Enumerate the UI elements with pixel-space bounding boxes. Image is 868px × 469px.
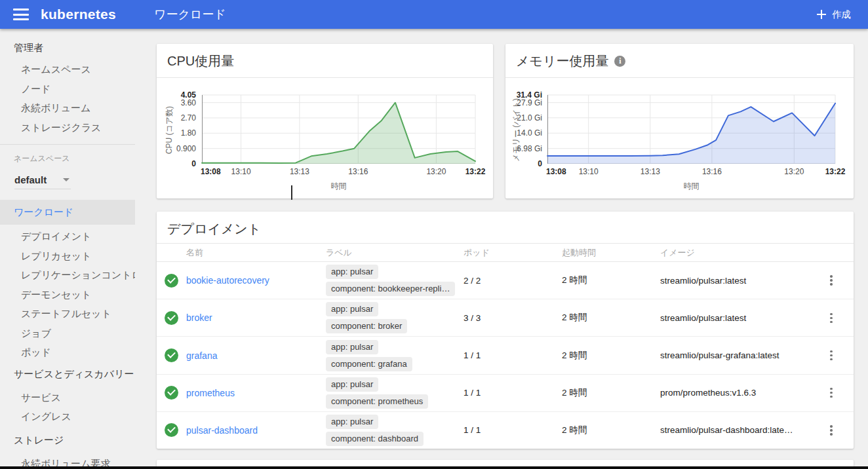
col-header-pods: ポッド [464, 247, 562, 259]
pods-cell: 3 / 3 [464, 313, 562, 323]
y-tick: 0.900 [176, 144, 196, 153]
sidebar-item-replica-sets[interactable]: レプリカセット [0, 246, 135, 266]
table-row: prometheus app: pulsar component: promet… [157, 375, 854, 412]
y-tick: 14.0 Gi [517, 128, 542, 138]
status-ok-icon [165, 386, 178, 400]
label-chip: component: broker [326, 319, 407, 333]
sidebar-item-services[interactable]: サービス [0, 388, 135, 407]
sidebar-item-jobs[interactable]: ジョブ [0, 324, 135, 343]
x-tick: 13:22 [457, 167, 494, 176]
age-cell: 2 時間 [562, 274, 660, 286]
col-header-name: 名前 [186, 247, 326, 259]
deployment-link[interactable]: grafana [186, 350, 217, 361]
label-chip: component: dashboard [326, 432, 424, 446]
memory-chart: メモリー (バイト) 31.4 Gi27.9 Gi21.0 Gi14.0 Gi6… [505, 78, 854, 198]
topbar: kubernetes ワークロード 作成 [0, 0, 868, 29]
sidebar-item-ingresses[interactable]: イングレス [0, 407, 135, 426]
sidebar-item-stateful-sets[interactable]: ステートフルセット [0, 304, 135, 324]
page-title: ワークロード [154, 7, 226, 22]
y-tick: 0 [538, 159, 542, 168]
table-row: grafana app: pulsar component: grafana 1… [157, 337, 854, 374]
sidebar-item-daemon-sets[interactable]: デーモンセット [0, 285, 135, 305]
kubernetes-logo[interactable]: kubernetes [41, 7, 116, 22]
memory-usage-card: メモリー使用量 i メモリー (バイト) 31.4 Gi27.9 Gi21.0 … [505, 44, 854, 198]
cpu-card-title: CPU使用量 [167, 52, 234, 70]
cpu-x-ticks: 13:0813:1013:1313:1613:2013:22 [202, 167, 475, 176]
y-tick: 6.98 Gi [517, 144, 542, 153]
cpu-usage-card: CPU使用量 CPU (コア数) 4.053.602.701.800.9000 … [157, 44, 493, 198]
screen-bottom-bar [0, 466, 868, 469]
col-header-images: イメージ [660, 247, 822, 259]
table-row: bookie-autorecovery app: pulsar componen… [157, 262, 854, 299]
y-tick: 1.80 [181, 128, 196, 138]
kebab-menu-icon[interactable] [823, 272, 839, 288]
col-header-labels: ラベル [326, 247, 464, 259]
kebab-menu-icon[interactable] [823, 385, 839, 401]
pods-cell: 1 / 1 [464, 350, 562, 360]
namespace-select[interactable]: default [14, 171, 71, 189]
cpu-x-axis-label: 時間 [202, 181, 475, 192]
age-cell: 2 時間 [562, 424, 660, 436]
label-chip: component: prometheus [326, 394, 428, 409]
y-tick: 0 [191, 159, 196, 168]
memory-x-ticks: 13:0813:1013:1313:1613:2013:22 [547, 167, 835, 176]
memory-card-title: メモリー使用量 [516, 52, 608, 70]
deployment-link[interactable]: bookie-autorecovery [186, 275, 269, 286]
x-tick: 13:10 [570, 167, 607, 176]
x-tick: 13:10 [223, 167, 260, 176]
namespace-label: ネームスペース [14, 153, 144, 164]
table-row: pulsar-dashboard app: pulsar component: … [157, 412, 854, 449]
sidebar-item-workloads[interactable]: ワークロード [0, 200, 135, 225]
deployment-link[interactable]: broker [186, 312, 212, 323]
label-chip: app: pulsar [326, 415, 378, 429]
plus-icon [817, 10, 826, 19]
kebab-menu-icon[interactable] [823, 348, 839, 364]
create-button[interactable]: 作成 [817, 0, 851, 29]
x-tick: 13:13 [281, 167, 318, 176]
label-chip: component: grafana [326, 357, 412, 371]
cpu-plot-area [202, 95, 475, 164]
sidebar-item-replication-controllers[interactable]: レプリケーションコントローラ [0, 265, 135, 285]
namespace-value: default [14, 174, 47, 185]
sidebar-item-admin[interactable]: 管理者 [0, 38, 144, 58]
image-cell: prom/prometheus:v1.6.3 [660, 388, 822, 398]
info-icon[interactable]: i [614, 56, 625, 67]
sidebar-item-services-discovery[interactable]: サービスとディスカバリー [0, 364, 144, 384]
x-tick: 13:16 [340, 167, 376, 176]
deployment-link[interactable]: pulsar-dashboard [186, 425, 258, 436]
kebab-menu-icon[interactable] [823, 310, 839, 326]
image-cell: streamlio/pulsar:latest [660, 313, 822, 323]
y-tick: 21.0 Gi [517, 113, 542, 122]
image-cell: streamlio/pulsar-dashboard:late… [660, 425, 822, 435]
table-header-row: 名前 ラベル ポッド 起動時間 イメージ [157, 243, 854, 262]
memory-y-ticks: 31.4 Gi27.9 Gi21.0 Gi14.0 Gi6.98 Gi0 [505, 95, 545, 164]
sidebar-item-nodes[interactable]: ノード [0, 79, 135, 99]
sidebar-item-storage-classes[interactable]: ストレージクラス [0, 118, 135, 138]
sidebar-item-namespaces[interactable]: ネームスペース [0, 60, 135, 79]
text-cursor-artifact [291, 185, 292, 200]
menu-icon[interactable] [13, 9, 29, 20]
deployments-card: デプロイメント 名前 ラベル ポッド 起動時間 イメージ bookie-auto… [157, 212, 854, 449]
label-chip: app: pulsar [326, 340, 378, 354]
memory-plot-area [547, 95, 835, 164]
pods-cell: 2 / 2 [464, 276, 562, 286]
deployments-table: 名前 ラベル ポッド 起動時間 イメージ bookie-autorecovery… [157, 243, 854, 449]
deployment-link[interactable]: prometheus [186, 388, 235, 398]
pods-cell: 1 / 1 [464, 388, 562, 398]
sidebar-item-pods[interactable]: ポッド [0, 343, 135, 362]
sidebar-item-storage[interactable]: ストレージ [0, 430, 144, 450]
sidebar-divider [0, 144, 135, 145]
label-chip: app: pulsar [326, 265, 378, 279]
cpu-chart: CPU (コア数) 4.053.602.701.800.9000 13:0813… [157, 78, 493, 198]
x-tick: 13:22 [817, 167, 854, 176]
age-cell: 2 時間 [562, 387, 660, 399]
kebab-menu-icon[interactable] [823, 422, 839, 438]
sidebar-item-persistent-volumes[interactable]: 永続ボリューム [0, 98, 135, 118]
sidebar: 管理者 ネームスペース ノード 永続ボリューム ストレージクラス ネームスペース… [0, 29, 144, 469]
label-chip: component: bookkeeper-repli… [326, 282, 455, 296]
sidebar-item-deployments[interactable]: デプロイメント [0, 227, 135, 246]
status-ok-icon [165, 311, 178, 325]
age-cell: 2 時間 [562, 312, 660, 324]
image-cell: streamlio/pulsar-grafana:latest [660, 350, 822, 360]
status-ok-icon [165, 423, 178, 437]
